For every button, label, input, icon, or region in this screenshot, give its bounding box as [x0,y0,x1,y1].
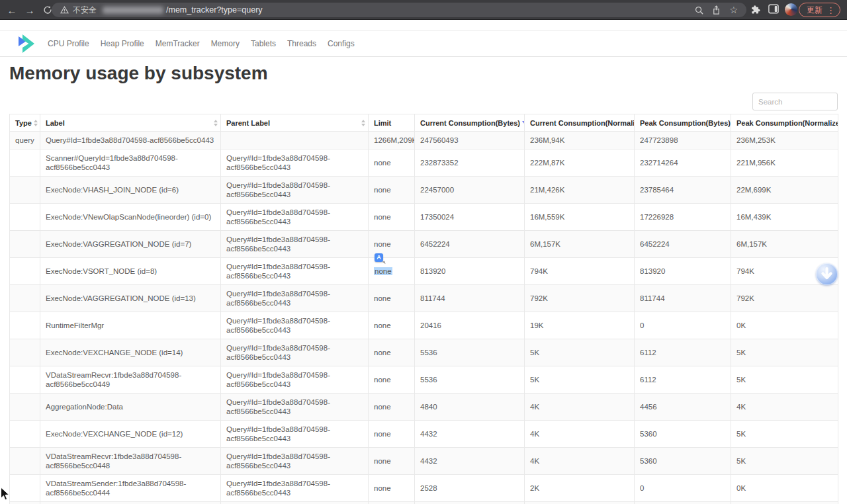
menu-dots-icon: ⋮ [826,5,835,15]
cell-limit: none [369,339,415,366]
share-icon[interactable] [712,5,721,15]
cell-peak-norm: 5K [731,421,838,448]
forward-icon[interactable]: → [22,2,38,18]
cell-cur-norm: 4K [525,448,635,475]
cell-parent: Query#Id=1fbde3a88d704598-acf8566be5cc04… [221,339,369,366]
cell-cur-norm: 794K [525,258,635,285]
cell-type [10,231,40,258]
sort-icon [214,120,218,126]
table-row: VDataStreamRecvr:1fbde3a88d704598-acf856… [10,448,838,475]
back-icon[interactable]: ← [4,2,20,18]
cell-peak-bytes: 6452224 [635,231,731,258]
cell-peak-norm: 0K [731,312,838,339]
cell-type [10,448,40,475]
cell-peak-bytes: 17226928 [635,204,731,231]
cell-peak-bytes [635,502,731,504]
cell-peak-norm: 5K [731,366,838,394]
cell-cur-bytes: 20416 [415,312,525,339]
nav-item-memtracker[interactable]: MemTracker [156,39,200,48]
cell-label: VDataStreamSender:1fbde3a88d704598-acf85… [40,502,221,504]
cell-limit: none [369,394,415,421]
cell-type [10,149,40,177]
update-browser-button[interactable]: 更新 ⋮ [799,3,840,17]
cell-parent: Query#Id=1fbde3a88d704598-acf8566be5cc04… [221,448,369,475]
scroll-down-button[interactable] [816,263,838,285]
cell-peak-norm: 5K [731,448,838,475]
cell-limit: none [369,204,415,231]
cell-label: ExecNode:VEXCHANGE_NODE (id=14) [40,339,221,366]
doris-logo-icon[interactable] [19,34,34,53]
cell-label: AggregationNode:Data [40,394,221,421]
cell-label: VDataStreamRecvr:1fbde3a88d704598-acf856… [40,448,221,475]
cell-type [10,258,40,285]
cell-limit: none [369,285,415,312]
column-header-peak-consumption-bytes[interactable]: Peak Consumption(Bytes) [635,114,731,132]
cell-cur-norm: 5K [525,366,635,394]
cell-limit: none [369,366,415,394]
cell-peak-norm: 221M,956K [731,149,838,177]
nav-item-heap-profile[interactable]: Heap Profile [101,39,144,48]
column-header-label[interactable]: Label [40,114,221,132]
translate-icon[interactable]: A [375,253,384,263]
table-row: queryQuery#Id=1fbde3a88d704598-acf8566be… [10,132,838,149]
address-bar[interactable]: 不安全 /mem_tracker?type=query ☆ [52,3,746,17]
cell-limit [369,502,415,504]
table-row: ExecNode:VSORT_NODE (id=8)Query#Id=1fbde… [10,258,838,285]
cell-parent: Query#Id=1fbde3a88d704598-acf8566be5cc04… [221,204,369,231]
cell-cur-bytes: 5536 [415,339,525,366]
cell-label: VDataStreamSender:1fbde3a88d704598-acf85… [40,475,221,502]
nav-item-configs[interactable]: Configs [328,39,355,48]
cell-limit: none [369,421,415,448]
nav-item-threads[interactable]: Threads [287,39,316,48]
column-header-current-consumption-bytes[interactable]: Current Consumption(Bytes) [415,114,525,132]
cell-parent: Query#Id=1fbde3a88d704598-acf8566be5cc04… [221,177,369,204]
cell-label: ExecNode:VAGGREGATION_NODE (id=13) [40,285,221,312]
bookmark-star-icon[interactable]: ☆ [729,5,738,15]
cell-type [10,204,40,231]
cell-cur-bytes: 813920 [415,258,525,285]
cell-parent: Query#Id=1fbde3a88d704598-acf8566be5cc04… [221,366,369,394]
cell-parent: Query#Id=1fbde3a88d704598-acf8566be5cc04… [221,149,369,177]
selected-text: none [374,267,392,275]
column-header-type[interactable]: Type [10,114,40,132]
nav-item-tablets[interactable]: Tablets [251,39,276,48]
cell-peak-norm [731,502,838,504]
sort-icon [34,120,38,126]
cell-cur-norm: 4K [525,421,635,448]
nav-item-memory[interactable]: Memory [211,39,240,48]
page-title: Memory usage by subsystem [9,63,268,84]
profile-avatar[interactable] [785,3,797,16]
cell-cur-bytes: 17350024 [415,204,525,231]
search-input[interactable] [752,93,838,110]
cell-parent: Query#Id=1fbde3a88d704598-acf8566be5cc04… [221,502,369,504]
nav-item-cpu-profile[interactable]: CPU Profile [48,39,89,48]
cell-label: Scanner#QueryId=1fbde3a88d704598-acf8566… [40,149,221,177]
cell-cur-norm: 5K [525,339,635,366]
cell-peak-bytes: 0 [635,312,731,339]
cell-cur-norm [525,502,635,504]
cell-limit: none [369,475,415,502]
cell-cur-norm: 236M,94K [525,132,635,149]
extensions-puzzle-icon[interactable] [750,4,762,15]
cell-peak-bytes: 5360 [635,421,731,448]
sort-descending-icon [522,121,525,124]
cell-cur-bytes: 811744 [415,285,525,312]
cell-peak-norm: 5K [731,339,838,366]
zoom-page-icon[interactable] [695,6,703,15]
side-panel-icon[interactable] [768,4,779,14]
cell-peak-bytes: 813920 [635,258,731,285]
column-header-limit: Limit [369,114,415,132]
cell-label: RuntimeFilterMgr [40,312,221,339]
nav-menu: CPU ProfileHeap ProfileMemTrackerMemoryT… [48,39,355,48]
cell-peak-bytes: 811744 [635,285,731,312]
column-title: Current Consumption(Normalize) [530,119,635,127]
column-title: Parent Label [226,119,270,127]
cell-peak-norm: 16M,439K [731,204,838,231]
cell-parent [221,132,369,149]
cell-cur-norm: 222M,87K [525,149,635,177]
cell-cur-norm: 19K [525,312,635,339]
cell-limit: none [369,448,415,475]
cell-parent: Query#Id=1fbde3a88d704598-acf8566be5cc04… [221,475,369,502]
cell-parent: Query#Id=1fbde3a88d704598-acf8566be5cc04… [221,231,369,258]
column-header-parent-label[interactable]: Parent Label [221,114,369,132]
